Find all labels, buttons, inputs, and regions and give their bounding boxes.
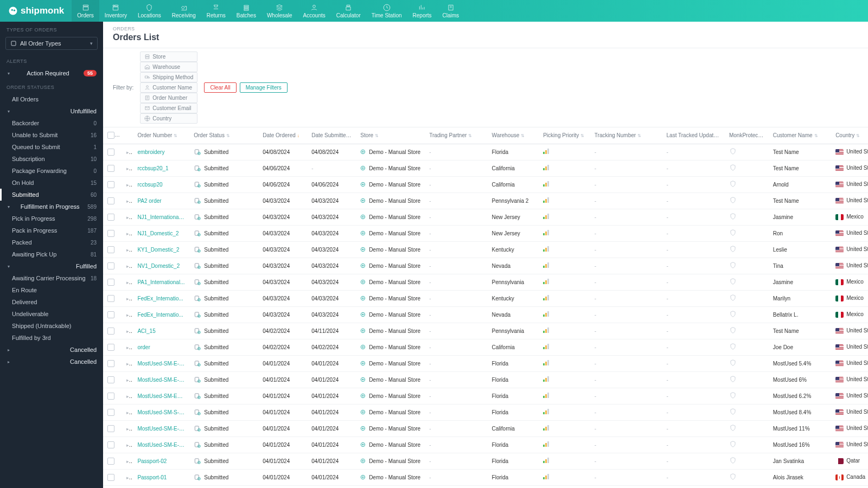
row-checkbox[interactable] xyxy=(107,230,114,237)
row-checkbox[interactable] xyxy=(107,262,114,269)
table-row[interactable]: ▸Passport-01Submitted04/01/202404/01/202… xyxy=(103,469,868,485)
sidebar-item-subscription[interactable]: Subscription10 xyxy=(0,153,103,165)
expand-icon[interactable]: ▸ xyxy=(126,198,133,204)
brand-logo[interactable]: shipmonk xyxy=(0,0,72,22)
expand-icon[interactable]: ▸ xyxy=(126,296,133,301)
expand-icon[interactable]: ▸ xyxy=(126,426,133,432)
expand-icon[interactable]: ▸ xyxy=(126,442,133,448)
row-checkbox[interactable] xyxy=(107,441,114,448)
order-number-link[interactable]: FedEx_Internatio... xyxy=(133,306,189,323)
expand-icon[interactable]: ▸ xyxy=(126,247,133,253)
order-number-link[interactable]: MostUsed-SM-E-U... xyxy=(133,355,189,371)
sidebar-item-submitted[interactable]: Submitted60 xyxy=(0,189,103,201)
col-warehouse[interactable]: Warehouse⇅ xyxy=(488,127,539,144)
col-date-submitted[interactable]: Date Submitted⇅ xyxy=(307,127,356,144)
expand-icon[interactable]: ▸ xyxy=(126,312,133,318)
row-checkbox[interactable] xyxy=(107,311,114,318)
order-type-select[interactable]: All Order Types ▾ xyxy=(5,37,98,50)
row-checkbox[interactable] xyxy=(107,246,114,253)
row-checkbox[interactable] xyxy=(107,360,114,367)
table-row[interactable]: ▸rccbsup20_1Submitted04/06/2024-Demo - M… xyxy=(103,160,868,176)
order-number-link[interactable]: NJ1_International_2 xyxy=(133,209,189,225)
expand-icon[interactable]: ▸ xyxy=(126,214,133,220)
order-number-link[interactable]: Passport-02 xyxy=(133,453,189,469)
sidebar-item-backorder[interactable]: Backorder0 xyxy=(0,117,103,129)
table-row[interactable]: ▸NV1_Domestic_2Submitted04/03/202404/03/… xyxy=(103,258,868,274)
sidebar-item-all-orders[interactable]: All Orders xyxy=(0,93,103,105)
expand-icon[interactable]: ▸ xyxy=(126,328,133,334)
row-checkbox[interactable] xyxy=(107,279,114,286)
sidebar-item-awaiting-carrier-processing[interactable]: Awaiting Carrier Processing18 xyxy=(0,272,103,284)
col-country[interactable]: Country⇅ xyxy=(831,127,868,144)
sidebar-item-delivered[interactable]: Delivered xyxy=(0,296,103,308)
sidebar-item-packed[interactable]: Packed23 xyxy=(0,236,103,248)
nav-orders[interactable]: Orders xyxy=(72,0,99,22)
sidebar-item-unfulfilled[interactable]: Unfulfilled xyxy=(0,105,103,117)
col-store[interactable]: Store⇅ xyxy=(356,127,425,144)
sidebar-item-on-hold[interactable]: On Hold15 xyxy=(0,177,103,189)
nav-claims[interactable]: Claims xyxy=(437,0,465,22)
table-row[interactable]: ▸KY1_Domestic_2Submitted04/03/202404/03/… xyxy=(103,241,868,258)
order-number-link[interactable]: order xyxy=(133,339,189,355)
table-row[interactable]: ▸PA2 orderSubmitted04/03/202404/03/2024D… xyxy=(103,192,868,209)
order-number-link[interactable]: PA2 order xyxy=(133,192,189,209)
order-number-link[interactable]: KY1_Domestic_2 xyxy=(133,241,189,258)
col-customer-name[interactable]: Customer Name⇅ xyxy=(769,127,831,144)
expand-icon[interactable]: ▸ xyxy=(126,458,133,464)
filter-chip-shipping-method[interactable]: Shipping Method xyxy=(140,72,197,82)
order-number-link[interactable]: PA1_International... xyxy=(133,274,189,290)
col-date-ordered[interactable]: Date Ordered↓ xyxy=(258,127,307,144)
sidebar-item-awaiting-pick-up[interactable]: Awaiting Pick Up81 xyxy=(0,248,103,260)
sidebar-item-fulfilled-by-3rd[interactable]: Fulfilled by 3rd xyxy=(0,332,103,344)
nav-locations[interactable]: Locations xyxy=(132,0,167,22)
nav-batches[interactable]: Batches xyxy=(231,0,261,22)
table-row[interactable]: ▸FedEx_Internatio...Submitted04/03/20240… xyxy=(103,306,868,323)
sidebar-item-cancelled[interactable]: Cancelled xyxy=(0,344,103,356)
table-row[interactable]: ▸MostUsed-SM-E-U...Submitted04/01/202404… xyxy=(103,355,868,371)
filter-chip-customer-email[interactable]: Customer Email xyxy=(140,103,197,113)
nav-returns[interactable]: Returns xyxy=(201,0,231,22)
table-row[interactable]: ▸PA1_International...Submitted04/03/2024… xyxy=(103,274,868,290)
nav-receiving[interactable]: Receiving xyxy=(167,0,201,22)
expand-icon[interactable]: ▸ xyxy=(126,263,133,269)
table-row[interactable]: ▸FedEx_Internatio...Submitted04/03/20240… xyxy=(103,290,868,306)
expand-icon[interactable]: ▸ xyxy=(126,344,133,350)
filter-chip-customer-name[interactable]: Customer Name xyxy=(140,82,197,93)
order-number-link[interactable]: FL-PB-04 xyxy=(133,485,189,488)
col-order-number[interactable]: Order Number⇅ xyxy=(133,127,189,144)
expand-icon[interactable]: ▸ xyxy=(126,182,133,188)
sidebar-item-cancelled[interactable]: Cancelled xyxy=(0,356,103,368)
table-row[interactable]: ▸MostUsed-SM-EP-...Submitted04/01/202404… xyxy=(103,388,868,404)
order-number-link[interactable]: MostUsed-SM-EP-... xyxy=(133,388,189,404)
row-checkbox[interactable] xyxy=(107,181,114,188)
nav-inventory[interactable]: Inventory xyxy=(99,0,132,22)
expand-icon[interactable]: ▸ xyxy=(126,279,133,285)
nav-wholesale[interactable]: Wholesale xyxy=(261,0,298,22)
expand-icon[interactable]: ▸ xyxy=(126,165,133,171)
row-checkbox[interactable] xyxy=(107,214,114,221)
row-checkbox[interactable] xyxy=(107,458,114,465)
expand-icon[interactable]: ▸ xyxy=(126,393,133,399)
expand-icon[interactable]: ▸ xyxy=(126,149,133,155)
row-checkbox[interactable] xyxy=(107,328,114,335)
sidebar-item-pack-in-progress[interactable]: Pack in Progress187 xyxy=(0,224,103,236)
sidebar-item-fulfilled[interactable]: Fulfilled xyxy=(0,260,103,272)
sidebar-item-queued-to-submit[interactable]: Queued to Submit1 xyxy=(0,141,103,153)
order-number-link[interactable]: MostUsed-SM-E-U... xyxy=(133,371,189,388)
expand-icon[interactable]: ▸ xyxy=(126,230,133,236)
table-row[interactable]: ▸rccbsup20Submitted04/06/202404/06/2024D… xyxy=(103,176,868,192)
col-picking-priority[interactable]: Picking Priority⇅ xyxy=(539,127,590,144)
row-checkbox[interactable] xyxy=(107,344,114,351)
col-tracking-number[interactable]: Tracking Number⇅ xyxy=(590,127,662,144)
row-checkbox[interactable] xyxy=(107,149,114,156)
filter-chip-order-number[interactable]: Order Number xyxy=(140,93,197,103)
expand-icon[interactable]: ▸ xyxy=(126,474,133,480)
col-trading-partner[interactable]: Trading Partner⇅ xyxy=(425,127,487,144)
row-checkbox[interactable] xyxy=(107,165,114,172)
sidebar-item-pick-in-progress[interactable]: Pick in Progress298 xyxy=(0,213,103,224)
table-row[interactable]: ▸MostUsed-SM-S-U...Submitted04/01/202404… xyxy=(103,404,868,420)
sidebar-item-shipped-(untrackable)[interactable]: Shipped (Untrackable) xyxy=(0,320,103,332)
expand-icon[interactable]: ▸ xyxy=(126,377,133,383)
filter-chip-warehouse[interactable]: Warehouse xyxy=(140,62,197,72)
order-number-link[interactable]: Passport-01 xyxy=(133,469,189,485)
